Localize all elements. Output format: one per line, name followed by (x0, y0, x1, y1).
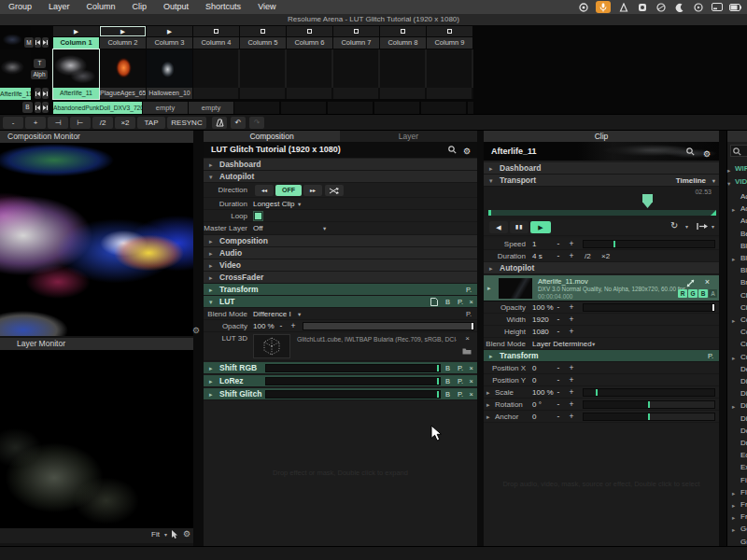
expand-arrow-icon[interactable]: ▸ (732, 256, 735, 263)
timeline-track[interactable] (488, 210, 716, 216)
category-video[interactable]: VIDEO (735, 177, 747, 186)
category-wire[interactable]: WIRE (735, 164, 747, 173)
decrement-button[interactable]: - (554, 374, 563, 386)
opacity-value[interactable]: 100 % (532, 301, 554, 314)
increment-button[interactable]: + (567, 326, 576, 338)
scale-value[interactable]: 100 % (532, 386, 554, 399)
opacity-slider[interactable] (583, 303, 715, 312)
clip-file-info[interactable]: ▸ Afterlife_11.mov DXV 3.0 Normal Qualit… (484, 275, 719, 301)
effect-preset-button[interactable]: P. (458, 389, 463, 399)
timeline-playhead[interactable] (642, 194, 653, 208)
tab-composition[interactable]: Composition (204, 131, 340, 142)
effect-list-item[interactable]: Do (740, 427, 747, 435)
metronome-icon[interactable] (212, 117, 227, 129)
effect-shift-rgb-header[interactable]: ▸Shift RGB B P. × (204, 362, 477, 374)
increment-button[interactable]: + (567, 386, 576, 399)
decrement-button[interactable]: - (554, 250, 563, 262)
menu-output[interactable]: Output (155, 0, 197, 14)
section-autopilot[interactable]: ▸Autopilot (484, 262, 719, 274)
column-header[interactable]: Column 7 (333, 37, 379, 49)
channel-r-toggle[interactable]: R (678, 289, 687, 298)
expand-arrow-icon[interactable]: ▸ (486, 411, 490, 423)
effect-list-item[interactable]: Cir (740, 303, 747, 312)
column-trigger-icon[interactable] (380, 26, 426, 36)
lut-file-clear-icon[interactable]: × (465, 334, 470, 343)
channel-a-toggle[interactable]: A (709, 289, 717, 298)
increment-button[interactable]: + (567, 250, 576, 262)
play-circle-icon[interactable] (692, 2, 704, 13)
record-icon[interactable] (577, 2, 589, 13)
fit-dropdown[interactable]: Fit (151, 530, 160, 539)
effect-list-item[interactable]: Dis (740, 414, 747, 423)
menu-layer[interactable]: Layer (40, 0, 78, 14)
decrement-button[interactable]: - (554, 238, 563, 250)
blend-mode-dropdown[interactable]: Layer Determined (532, 338, 592, 350)
increment-button[interactable]: + (567, 314, 576, 326)
section-transform[interactable]: ▸TransformP. (484, 350, 719, 362)
layer-monitor-header[interactable]: Layer Monitor (0, 338, 193, 350)
effect-list-item[interactable]: Co (740, 315, 747, 324)
section-composition[interactable]: ▸Composition (204, 235, 477, 247)
channel-g-toggle[interactable]: G (688, 289, 698, 298)
layer1-bypass-button[interactable]: B (22, 102, 33, 113)
lut-remove-button[interactable]: × (470, 297, 473, 307)
nudge-up-button[interactable]: ⊢ (70, 117, 91, 129)
expand-arrow-icon[interactable]: ▸ (732, 403, 735, 411)
effect-list-item[interactable]: Dr (740, 439, 747, 447)
section-lut[interactable]: ▾LUT B P. × (204, 296, 477, 308)
clip-label[interactable]: Halloween_10 (147, 88, 192, 99)
effect-list-item[interactable]: Ble (740, 254, 747, 262)
clip-label[interactable]: Afterlife_11 (53, 88, 99, 99)
expand-arrow-icon[interactable]: ▸ (727, 167, 730, 175)
effect-preset-button[interactable]: P. (458, 376, 463, 386)
column-trigger-icon[interactable] (427, 26, 472, 36)
settings-gear-icon[interactable]: ⚙ (463, 144, 471, 158)
section-dashboard[interactable]: ▸Dashboard (484, 162, 719, 175)
clip-thumbnail-afterlife[interactable] (53, 49, 99, 88)
scale-slider[interactable] (583, 388, 715, 397)
effect-list-item[interactable]: Br (740, 278, 747, 287)
speed-slider[interactable] (583, 240, 715, 248)
nudge-down-button[interactable]: ⊣ (48, 117, 68, 129)
increment-button[interactable]: + (567, 411, 576, 423)
monitor-gear-icon[interactable]: ⚙ (192, 326, 200, 335)
section-video[interactable]: ▸Video (204, 259, 477, 272)
decrement-button[interactable]: - (554, 326, 563, 338)
lut-preset-button[interactable]: P. (458, 297, 463, 307)
alpha-toggle-button[interactable]: Alph (31, 70, 48, 79)
thumbnail-toggle-button[interactable]: T (34, 59, 46, 68)
height-value[interactable]: 1080 (532, 326, 549, 338)
effect-list-item[interactable]: Co (740, 328, 747, 336)
blend-preset-button[interactable]: P. (466, 309, 472, 319)
increment-button[interactable]: + (567, 238, 576, 250)
duration-value-dropdown[interactable]: Longest Clip (253, 198, 294, 210)
expand-arrow-icon[interactable]: ▸ (732, 502, 735, 510)
increment-button[interactable]: + (567, 362, 576, 374)
master-layer-dropdown[interactable]: Off (253, 222, 263, 234)
collapse-arrow-icon[interactable]: ▾ (727, 180, 730, 188)
section-transport[interactable]: ▾Transport Timeline ▾ (484, 175, 719, 187)
column-header[interactable]: Column 5 (240, 37, 286, 49)
effect-bypass-button[interactable]: B (445, 363, 450, 373)
column-header[interactable]: Column 1 (53, 37, 99, 49)
blend-mode-dropdown[interactable]: Difference I (253, 308, 291, 320)
column-trigger-icon[interactable] (333, 26, 379, 36)
chevron-down-icon[interactable]: ▾ (298, 198, 301, 210)
effect-list-item[interactable]: Ble (740, 266, 747, 274)
effects-tab-strip[interactable] (727, 131, 747, 142)
effect-lorez-header[interactable]: ▸LoRez B P. × (204, 375, 477, 387)
bpm-increase-button[interactable]: + (25, 117, 46, 129)
settings-gear-icon[interactable]: ⚙ (703, 145, 711, 161)
collapse-arrow-icon[interactable]: ▸ (487, 275, 491, 301)
effect-opacity-slider[interactable] (265, 364, 441, 372)
expand-arrow-icon[interactable]: ▸ (732, 355, 735, 362)
expand-arrow-icon[interactable]: ▸ (732, 317, 735, 325)
section-dashboard[interactable]: ▸Dashboard (204, 159, 477, 171)
column-header[interactable]: Column 9 (427, 37, 472, 49)
opacity-slider[interactable] (303, 322, 474, 330)
effect-list-item[interactable]: Cr (740, 340, 747, 348)
clip-label[interactable]: PlagueAges_65 (100, 88, 146, 99)
loop-checkbox[interactable] (253, 211, 263, 221)
menu-column[interactable]: Column (78, 0, 124, 14)
effect-list-item[interactable]: Dis (740, 389, 747, 398)
